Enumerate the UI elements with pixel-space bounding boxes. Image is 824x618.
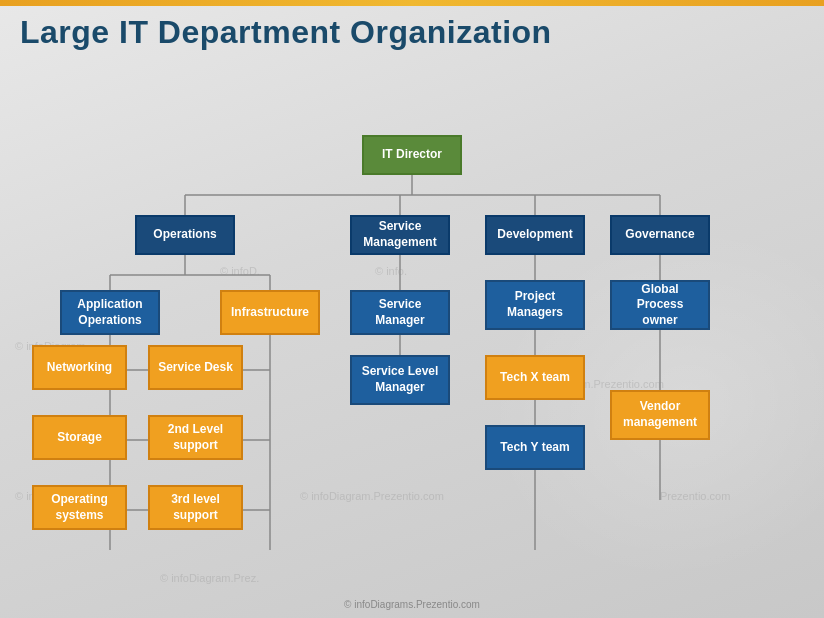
third-level-box: 3rd level support: [148, 485, 243, 530]
development-box: Development: [485, 215, 585, 255]
infrastructure-box: Infrastructure: [220, 290, 320, 335]
tech-x-team-box: Tech X team: [485, 355, 585, 400]
operating-systems-box: Operating systems: [32, 485, 127, 530]
page-title: Large IT Department Organization: [20, 14, 804, 51]
vendor-management-box: Vendor management: [610, 390, 710, 440]
service-desk-box: Service Desk: [148, 345, 243, 390]
app-operations-box: Application Operations: [60, 290, 160, 335]
service-management-box: Service Management: [350, 215, 450, 255]
org-chart: IT Director Operations Service Managemen…: [0, 70, 824, 588]
top-bar: [0, 0, 824, 6]
it-director-box: IT Director: [362, 135, 462, 175]
service-level-manager-box: Service Level Manager: [350, 355, 450, 405]
project-managers-box: Project Managers: [485, 280, 585, 330]
second-level-box: 2nd Level support: [148, 415, 243, 460]
networking-box: Networking: [32, 345, 127, 390]
storage-box: Storage: [32, 415, 127, 460]
tech-y-team-box: Tech Y team: [485, 425, 585, 470]
operations-box: Operations: [135, 215, 235, 255]
global-process-owner-box: Global Process owner: [610, 280, 710, 330]
governance-box: Governance: [610, 215, 710, 255]
service-manager-box: Service Manager: [350, 290, 450, 335]
footer: © infoDiagrams.Prezentio.com: [0, 599, 824, 610]
title-area: Large IT Department Organization: [20, 14, 804, 51]
